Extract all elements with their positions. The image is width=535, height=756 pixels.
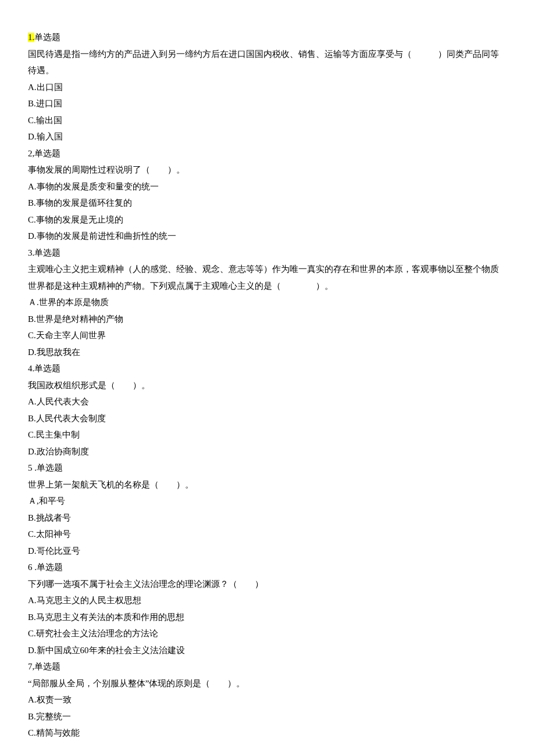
question-number: 6 . (28, 562, 37, 572)
question-type-label: 单选题 (37, 562, 63, 572)
answer-blank (237, 576, 255, 593)
question-number: 4. (28, 364, 34, 373)
answer-blank (115, 377, 133, 394)
answer-blank (159, 476, 176, 493)
question-stem: 世界上第一架航天飞机的名称是（ ）。 (28, 476, 507, 493)
question-header: 1.单选题 (28, 29, 507, 46)
question-header: 5 .单选题 (28, 460, 507, 476)
option-item: Ａ,和平号 (28, 493, 507, 510)
stem-text-after: ）。 (176, 480, 194, 489)
stem-text-after: ）。 (227, 679, 245, 688)
question-stem: 下列哪一选项不属于社会主义法治理念的理论渊源？（ ） (28, 576, 507, 593)
question-header: 3.单选题 (28, 245, 507, 261)
answer-blank (210, 675, 227, 692)
stem-text-before: 我国政权组织形式是（ (28, 381, 115, 390)
question-type-label: 单选题 (37, 463, 63, 472)
option-item: B.挑战者号 (28, 510, 507, 526)
option-item: C.输出国 (28, 112, 507, 129)
option-item: C.民主集中制 (28, 427, 507, 443)
stem-text-after: ）。 (316, 281, 333, 291)
option-item: B.世界是绝对精神的产物 (28, 311, 507, 328)
option-item: B.进口国 (28, 95, 507, 112)
question-type-label: 单选题 (34, 662, 60, 671)
option-item: D.输入国 (28, 128, 507, 145)
question-stem: 事物发展的周期性过程说明了（ ）。 (28, 162, 507, 178)
stem-text-after: ）。 (167, 165, 185, 174)
stem-text-before: 世界上第一架航天飞机的名称是（ (28, 480, 159, 489)
stem-text-after: ）。 (133, 381, 150, 390)
option-item: D.新中国成立60年来的社会主义法治建设 (28, 642, 507, 659)
stem-text-before: 下列哪一选项不属于社会主义法治理念的理论渊源？（ (28, 579, 237, 589)
question-type-label: 单选题 (34, 149, 60, 158)
stem-text-before: 主观唯心主义把主观精神（人的感觉、经验、观念、意志等等）作为唯一真实的存在和世界… (28, 264, 499, 291)
stem-text-before: “局部服从全局，个别服从整体”体现的原则是（ (28, 679, 210, 688)
option-item: A.马克思主义的人民主权思想 (28, 592, 507, 609)
question-number: 5 . (28, 463, 37, 472)
option-item: B.人民代表大会制度 (28, 410, 507, 427)
option-item: D.我思故我在 (28, 344, 507, 361)
option-item: D.政治协商制度 (28, 443, 507, 460)
option-item: C.天命主宰人间世界 (28, 327, 507, 344)
question-number: 2, (28, 149, 34, 158)
answer-blank (412, 46, 438, 63)
answer-blank (281, 278, 316, 295)
question-stem: 国民待遇是指一缔约方的产品进入到另一缔约方后在进口国国内税收、销售、运输等方面应… (28, 46, 507, 79)
option-item: B.马克思主义有关法的本质和作用的思想 (28, 609, 507, 626)
question-header: 6 .单选题 (28, 559, 507, 576)
question-header: 7,单选题 (28, 658, 507, 675)
option-item: A.出口国 (28, 79, 507, 96)
option-item: C.研究社会主义法治理念的方法论 (28, 625, 507, 642)
option-item: B.完整统一 (28, 708, 507, 725)
question-header: 2,单选题 (28, 145, 507, 162)
question-header: 4.单选题 (28, 360, 507, 377)
stem-text-before: 事物发展的周期性过程说明了（ (28, 165, 150, 174)
option-item: B.事物的发展是循环往复的 (28, 195, 507, 212)
question-type-label: 单选题 (34, 248, 60, 257)
question-type-label: 单选题 (34, 364, 60, 373)
question-type-label: 单选题 (34, 33, 60, 42)
question-number: 7, (28, 662, 34, 671)
question-stem: 主观唯心主义把主观精神（人的感觉、经验、观念、意志等等）作为唯一真实的存在和世界… (28, 261, 507, 294)
stem-text-before: 国民待遇是指一缔约方的产品进入到另一缔约方后在进口国国内税收、销售、运输等方面应… (28, 49, 412, 59)
option-item: D.哥伦比亚号 (28, 543, 507, 560)
option-item: C.事物的发展是无止境的 (28, 212, 507, 228)
option-item: C.太阳神号 (28, 526, 507, 543)
question-stem: “局部服从全局，个别服从整体”体现的原则是（ ）。 (28, 675, 507, 692)
option-item: D.事物的发展是前进性和曲折性的统一 (28, 228, 507, 245)
option-item: A.人民代表大会 (28, 393, 507, 410)
option-item: Ａ.世界的本原是物质 (28, 294, 507, 311)
option-item: A.权责一致 (28, 691, 507, 708)
question-number: 3. (28, 248, 34, 257)
answer-blank (150, 162, 167, 178)
question-stem: 我国政权组织形式是（ ）。 (28, 377, 507, 394)
option-item: A.事物的发展是质变和量变的统一 (28, 178, 507, 195)
option-item: C.精简与效能 (28, 725, 507, 741)
question-number: 1. (28, 33, 34, 42)
stem-text-after: ） (255, 579, 263, 589)
